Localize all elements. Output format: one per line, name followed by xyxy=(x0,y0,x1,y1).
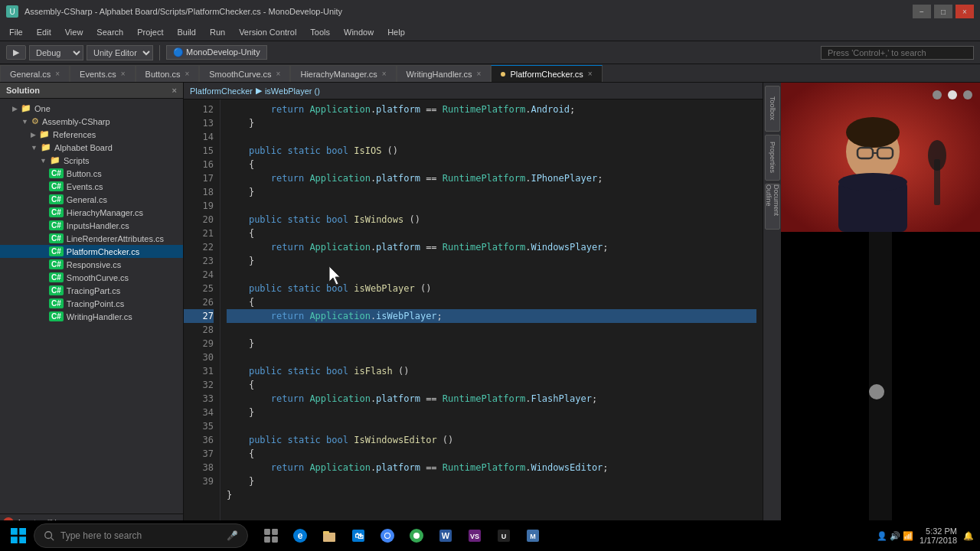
tree-item-references[interactable]: ▶ 📁 References xyxy=(0,128,183,141)
menu-file[interactable]: File xyxy=(3,26,29,38)
tab-close-icon[interactable]: × xyxy=(276,70,281,78)
tree-item-smoothcurve-cs[interactable]: C# SmoothCurve.cs xyxy=(0,271,183,284)
tabs-bar: General.cs × Events.cs × Button.cs × Smo… xyxy=(0,64,980,83)
tree-label: Events.cs xyxy=(67,182,103,191)
menu-run[interactable]: Run xyxy=(204,26,231,38)
menu-project[interactable]: Project xyxy=(131,26,169,38)
menu-help[interactable]: Help xyxy=(381,26,411,38)
properties-panel-btn[interactable]: Properties xyxy=(765,135,780,181)
sidebar-tree[interactable]: ▶ 📁 One ▼ ⚙ Assembly-CSharp ▶ 📁 Referenc… xyxy=(0,99,183,514)
cs-icon: C# xyxy=(49,207,64,217)
store-button[interactable]: 🛍 xyxy=(345,522,372,549)
svg-text:M: M xyxy=(530,533,536,540)
tree-item-events-cs[interactable]: C# Events.cs xyxy=(0,180,183,193)
monodevelop-button[interactable]: M xyxy=(519,522,547,549)
code-content[interactable]: return Application.platform == RuntimePl… xyxy=(220,99,763,536)
tab-button-cs[interactable]: Button.cs × xyxy=(136,65,200,82)
menu-view[interactable]: View xyxy=(59,26,90,38)
document-outline-panel[interactable]: Document Outline xyxy=(765,184,780,230)
indicator-3 xyxy=(963,90,972,99)
tree-item-tracingpoint-cs[interactable]: C# TracingPoint.cs xyxy=(0,297,183,310)
menu-edit[interactable]: Edit xyxy=(31,26,57,38)
chrome-button[interactable] xyxy=(374,522,401,549)
svg-point-9 xyxy=(838,173,907,191)
menu-window[interactable]: Window xyxy=(338,26,380,38)
svg-rect-16 xyxy=(264,529,270,535)
tree-item-responsive-cs[interactable]: C# Responsive.cs xyxy=(0,258,183,271)
svg-point-28 xyxy=(385,533,390,538)
tab-close-icon[interactable]: × xyxy=(185,70,189,78)
taskbar: Type here to search 🎤 e xyxy=(0,520,980,551)
close-button[interactable]: × xyxy=(956,5,974,18)
tree-label: One xyxy=(34,104,51,113)
tree-item-button-cs[interactable]: C# Button.cs xyxy=(0,167,183,180)
menu-bar: File Edit View Search Project Build Run … xyxy=(0,23,980,41)
task-view-button[interactable] xyxy=(257,522,285,549)
explorer-button[interactable] xyxy=(315,522,343,549)
toolbar-search[interactable] xyxy=(821,46,974,60)
svg-rect-10 xyxy=(11,528,18,535)
editor-dropdown[interactable]: Unity Editor xyxy=(87,45,153,60)
chrome2-button[interactable] xyxy=(403,522,430,549)
tree-item-inputshandler-cs[interactable]: C# InputsHandler.cs xyxy=(0,219,183,232)
toolbox-panel[interactable]: Toolbox xyxy=(765,86,780,132)
tree-item-one[interactable]: ▶ 📁 One xyxy=(0,102,183,115)
cs-icon: C# xyxy=(49,272,64,282)
maximize-button[interactable]: □ xyxy=(934,5,952,18)
menu-tools[interactable]: Tools xyxy=(304,26,336,38)
assembly-icon: ⚙ xyxy=(31,116,39,126)
word-button[interactable]: W xyxy=(432,522,459,549)
tab-events-cs[interactable]: Events.cs × xyxy=(70,65,136,82)
tab-close-icon[interactable]: × xyxy=(588,70,593,78)
tab-smoothcurve-cs[interactable]: SmoothCurve.cs × xyxy=(199,65,290,82)
tab-close-icon[interactable]: × xyxy=(55,70,60,78)
tree-item-assembly-csharp[interactable]: ▼ ⚙ Assembly-CSharp xyxy=(0,115,183,128)
taskbar-apps: e 🛍 xyxy=(257,522,547,549)
edge-button[interactable]: e xyxy=(286,522,314,549)
tree-label: References xyxy=(53,130,96,139)
taskbar-search[interactable]: Type here to search 🎤 xyxy=(34,523,248,548)
play-button[interactable]: ▶ xyxy=(6,45,26,60)
sidebar-close-button[interactable]: × xyxy=(172,86,177,95)
tree-item-hierachymanager-cs[interactable]: C# HierachyManager.cs xyxy=(0,206,183,219)
code-container[interactable]: 12 13 14 15 16 17 18 19 20 21 22 23 24 2… xyxy=(184,99,763,536)
tab-platformchecker-cs[interactable]: PlatformChecker.cs × xyxy=(491,65,602,82)
tree-item-alphabet-board[interactable]: ▼ 📁 Alphabet Board xyxy=(0,141,183,154)
sidebar-header: Solution × xyxy=(0,83,183,99)
tree-item-platformchecker-cs[interactable]: C# PlatformChecker.cs xyxy=(0,245,183,258)
vs-button[interactable]: VS xyxy=(461,522,488,549)
webcam-panel xyxy=(781,83,980,551)
record-indicator xyxy=(869,384,884,399)
svg-point-2 xyxy=(928,140,946,171)
tab-close-icon[interactable]: × xyxy=(477,70,482,78)
start-button[interactable] xyxy=(6,523,31,548)
tab-hierachymanager-cs[interactable]: HierachyManager.cs × xyxy=(290,65,396,82)
svg-text:🛍: 🛍 xyxy=(354,531,364,540)
unity-button[interactable]: U xyxy=(490,522,518,549)
tree-label: PlatformChecker.cs xyxy=(67,247,139,256)
tree-label: WritingHandler.cs xyxy=(67,312,132,321)
notification-icon[interactable]: 🔔 xyxy=(963,531,974,541)
right-tools-panel: Toolbox Properties Document Outline xyxy=(763,83,781,551)
tree-item-general-cs[interactable]: C# General.cs xyxy=(0,193,183,206)
tree-item-scripts[interactable]: ▼ 📁 Scripts xyxy=(0,154,183,167)
toolbar-separator xyxy=(159,45,160,60)
tree-item-tracingpart-cs[interactable]: C# TracingPart.cs xyxy=(0,284,183,297)
toolbar: ▶ Debug Release Unity Editor 🔵 MonoDevel… xyxy=(0,41,980,64)
minimize-button[interactable]: − xyxy=(913,5,931,18)
tab-general-cs[interactable]: General.cs × xyxy=(0,65,70,82)
menu-search[interactable]: Search xyxy=(90,26,129,38)
tab-writinghandler-cs[interactable]: WritingHandler.cs × xyxy=(397,65,492,82)
search-icon xyxy=(44,530,54,541)
tray-icons: 👤 🔊 📶 xyxy=(877,531,913,541)
tree-item-linerendererattributes-cs[interactable]: C# LineRendererAttributes.cs xyxy=(0,232,183,245)
webcam-indicators xyxy=(933,90,972,99)
menu-version-control[interactable]: Version Control xyxy=(233,26,302,38)
svg-rect-19 xyxy=(272,536,278,543)
tab-close-icon[interactable]: × xyxy=(121,70,126,78)
cs-icon: C# xyxy=(49,298,64,308)
menu-build[interactable]: Build xyxy=(171,26,201,38)
tree-item-writinghandler-cs[interactable]: C# WritingHandler.cs xyxy=(0,310,183,323)
debug-dropdown[interactable]: Debug Release xyxy=(29,45,83,60)
tab-close-icon[interactable]: × xyxy=(382,70,387,78)
